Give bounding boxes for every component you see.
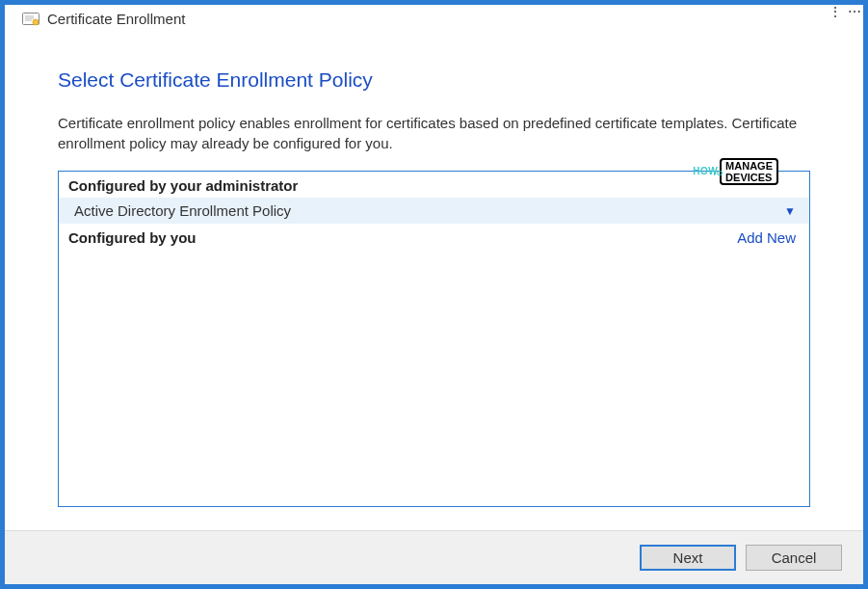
page-description: Certificate enrollment policy enables en… bbox=[58, 113, 810, 153]
titlebar: Certificate Enrollment bbox=[5, 5, 863, 35]
policy-item-label: Active Directory Enrollment Policy bbox=[74, 202, 291, 219]
certificate-enrollment-window: ⋮ ⋯ Certificate Enrollment Select Certif… bbox=[5, 5, 863, 584]
cancel-button[interactable]: Cancel bbox=[746, 545, 842, 571]
user-section-header: Configured by you Add New bbox=[59, 224, 809, 250]
window-title: Certificate Enrollment bbox=[47, 11, 185, 27]
user-section-title: Configured by you bbox=[68, 229, 197, 246]
certificate-icon bbox=[22, 13, 39, 26]
admin-section-title: Configured by your administrator bbox=[68, 177, 298, 194]
policy-item-ad-enrollment[interactable]: Active Directory Enrollment Policy ▼ bbox=[59, 198, 809, 224]
page-heading: Select Certificate Enrollment Policy bbox=[58, 68, 810, 92]
button-bar: Next Cancel bbox=[5, 530, 863, 584]
chevron-down-icon[interactable]: ▼ bbox=[784, 204, 796, 218]
watermark-logo: HOW TO MANAGE DEVICES bbox=[693, 158, 778, 185]
add-new-link[interactable]: Add New bbox=[737, 229, 796, 246]
next-button[interactable]: Next bbox=[640, 545, 736, 571]
policy-list-box: HOW TO MANAGE DEVICES Configured by your… bbox=[58, 171, 810, 507]
overflow-indicator: ⋮ ⋯ bbox=[829, 4, 862, 19]
svg-point-4 bbox=[33, 19, 39, 25]
content-area: Select Certificate Enrollment Policy Cer… bbox=[5, 35, 863, 530]
